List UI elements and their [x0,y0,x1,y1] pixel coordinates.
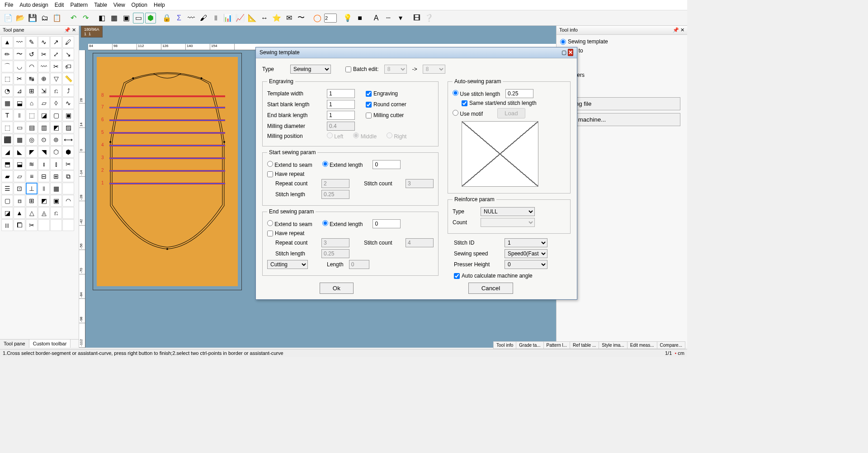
tool-icon[interactable]: 〜 [14,48,25,60]
film-icon[interactable]: 🎞 [411,13,422,24]
tool-icon[interactable]: ⌒ [1,61,13,72]
ok-button[interactable]: Ok [320,283,354,294]
tool-icon[interactable]: ◩ [50,122,62,133]
vest-pattern[interactable]: 8 7 6 5 4 3 2 1 [106,66,229,273]
reinforce-type-select[interactable]: NULL [481,207,535,216]
tool-icon[interactable] [62,207,74,219]
copy-icon[interactable]: 📋 [52,13,62,24]
tool-icon[interactable]: ↘ [62,48,74,60]
tool-icon[interactable] [50,219,62,231]
tool-icon[interactable]: ⎌ [50,207,62,219]
tool-icon[interactable]: ▦ [50,183,62,194]
tool-icon[interactable]: ↹ [26,73,38,85]
tool-icon[interactable]: ☰ [1,183,13,194]
tool-text-icon[interactable]: T [1,109,13,121]
tool-icon[interactable]: ⫴ [38,183,50,194]
tool-icon[interactable]: ⬓ [14,97,25,109]
sigma-icon[interactable]: Σ [174,13,184,24]
color-icon[interactable]: ◯ [312,13,323,24]
tool-icon[interactable]: △ [26,207,38,219]
open-icon[interactable]: 📂 [15,13,26,24]
line-icon[interactable]: 📈 [235,13,245,24]
env-icon[interactable]: ✉ [283,13,294,24]
same-se-checkbox[interactable] [462,100,467,106]
use-stitch-radio[interactable] [453,90,458,96]
tab-customtoolbar[interactable]: Custom toolbar [29,340,71,348]
tool-icon[interactable]: ▲ [14,207,25,219]
tool-icon[interactable]: ⊙ [38,134,50,146]
tab[interactable]: Compare... [657,341,685,349]
help-icon[interactable]: ❔ [424,13,434,24]
brush-icon[interactable]: 🖌 [198,13,209,24]
grid-icon[interactable]: ▣ [121,13,132,24]
tool-icon[interactable]: ⊡ [14,183,25,194]
presser-height-select[interactable]: 0 [505,260,547,269]
tool-icon[interactable]: ✂ [14,73,25,85]
saveall-icon[interactable]: 🗂 [39,13,50,24]
undo-icon[interactable]: ↶ [68,13,79,24]
tool-icon[interactable]: ⫼ [1,219,13,231]
text-icon[interactable]: A [371,13,382,24]
tool-select-icon[interactable]: ▲ [1,36,13,48]
tool-icon[interactable]: ⎌ [50,85,62,97]
tool-icon[interactable]: ◪ [38,109,50,121]
tool-icon[interactable]: ⬡ [50,146,62,158]
tool-icon[interactable]: ⌂ [26,97,38,109]
tool-icon[interactable]: ◎ [26,134,38,146]
shield-icon[interactable]: ⬢ [145,13,156,24]
tool-icon[interactable]: ▰ [1,170,13,182]
tab[interactable]: Pattern l... [543,341,571,349]
tab-toolpane[interactable]: Tool pane [0,340,29,348]
tool-icon[interactable]: ⊞ [50,170,62,182]
tool-icon[interactable]: ⫿ [50,158,62,170]
tool-icon[interactable]: ≋ [26,158,38,170]
tool-icon[interactable]: ⬛ [1,134,13,146]
end-blank-input[interactable] [327,111,355,120]
tool-icon[interactable]: ▣ [62,109,74,121]
tool-icon[interactable]: ◠ [62,195,74,207]
lock-icon[interactable]: 🔒 [161,13,172,24]
tool-icon[interactable]: ◥ [38,146,50,158]
menu-pattern[interactable]: Pattern [70,2,88,8]
tool-icon[interactable]: ⧠ [14,219,25,231]
sewing-speed-select[interactable]: Speed0(Fast) [505,249,547,258]
tool-line-icon[interactable]: ↗ [50,36,62,48]
menu-view[interactable]: View [113,2,125,8]
sewing-template-radio[interactable] [560,39,566,45]
dash-icon[interactable]: ┈ [383,13,394,24]
tool-cut-icon[interactable]: ✂ [50,61,62,72]
tool-compass-icon[interactable]: ⊕ [38,73,50,85]
tool-icon[interactable]: ✂ [62,158,74,170]
wave-icon[interactable]: 〰 [186,13,197,24]
tool-icon[interactable]: ∿ [62,97,74,109]
tool-icon[interactable] [38,219,50,231]
tool-tag-icon[interactable]: 🏷 [62,61,74,72]
sewing-file-button[interactable]: ewing file [563,97,680,110]
tool-icon[interactable]: ✏ [1,48,13,60]
sp-extend-len[interactable] [322,161,328,167]
ep-have-repeat[interactable] [267,231,273,236]
start-blank-input[interactable] [327,100,355,109]
tool-protractor-icon[interactable]: ◔ [1,85,13,97]
sp-extend-len-input[interactable] [373,160,401,169]
tool-icon[interactable] [62,219,74,231]
align-icon[interactable]: ⫴ [210,13,221,24]
tool-icon[interactable]: ⊞ [26,85,38,97]
tool-icon[interactable]: ▣ [50,195,62,207]
pattern-stage[interactable]: 8 7 6 5 4 3 2 1 [93,53,242,290]
cancel-button[interactable]: Cancel [468,283,514,294]
tool-bezier-icon[interactable]: ∿ [38,36,50,48]
tool-icon[interactable]: ⤢ [50,48,62,60]
tool-icon[interactable]: ▭ [14,122,25,133]
tool-icon[interactable]: ▨ [62,122,74,133]
save-icon[interactable]: 💾 [27,13,38,24]
tool-icon[interactable]: ⇲ [38,85,50,97]
tab[interactable]: Edit meas... [627,341,657,349]
star-icon[interactable]: ⭐ [271,13,282,24]
tool-icon[interactable]: ◠ [26,61,38,72]
sp-have-repeat[interactable] [267,171,273,177]
tool-icon[interactable]: ≡ [26,170,38,182]
tool-icon[interactable]: ⧈ [14,195,25,207]
cutting-select[interactable]: Cutting [267,260,308,269]
use-motif-radio[interactable] [453,110,458,116]
